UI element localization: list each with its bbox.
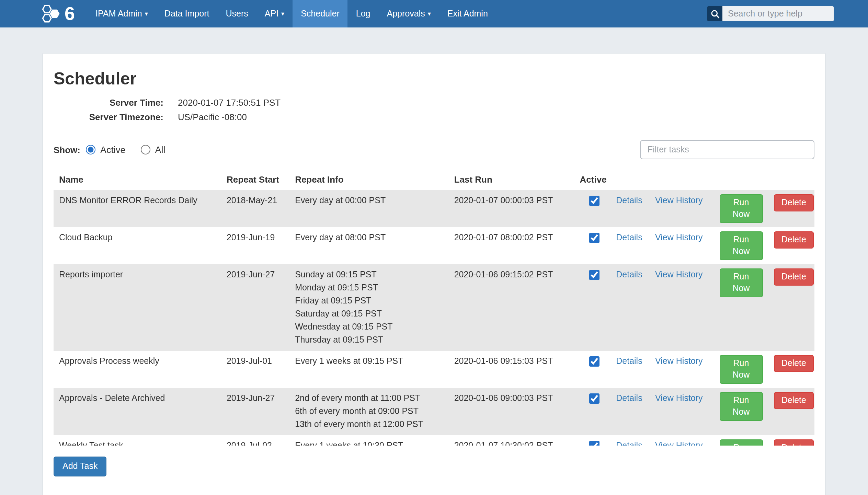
task-delete-cell: Delete xyxy=(768,190,814,227)
top-navbar: 6 IPAM Admin▾ Data Import Users API▾ Sch… xyxy=(0,0,868,27)
active-checkbox[interactable] xyxy=(590,233,600,243)
task-details-cell: Details xyxy=(610,435,650,446)
nav-item-data-import[interactable]: Data Import xyxy=(156,0,218,27)
header-active: Active xyxy=(574,169,611,190)
viewport: 6 IPAM Admin▾ Data Import Users API▾ Sch… xyxy=(0,0,868,495)
nav-label: Data Import xyxy=(164,9,209,19)
nav-item-scheduler[interactable]: Scheduler xyxy=(293,0,348,27)
nav-label: Approvals xyxy=(387,9,425,19)
run-now-button[interactable]: Run Now xyxy=(719,268,763,297)
delete-button[interactable]: Delete xyxy=(774,268,814,286)
nav-item-api[interactable]: API▾ xyxy=(256,0,293,27)
task-repeat-info-cell: Every day at 08:00 PST xyxy=(289,227,449,264)
view-history-link[interactable]: View History xyxy=(655,393,703,403)
brand-text: 6 xyxy=(65,0,75,27)
view-history-link[interactable]: View History xyxy=(655,441,703,446)
nav-item-approvals[interactable]: Approvals▾ xyxy=(378,0,439,27)
nav-item-exit-admin[interactable]: Exit Admin xyxy=(439,0,496,27)
details-link[interactable]: Details xyxy=(616,270,642,279)
task-details-cell: Details xyxy=(610,190,650,227)
task-name-cell: DNS Monitor ERROR Records Daily xyxy=(54,190,221,227)
task-repeat-info-cell: 2nd of every month at 11:00 PST6th of ev… xyxy=(289,388,449,435)
task-delete-cell: Delete xyxy=(768,227,814,264)
run-now-button[interactable]: Run Now xyxy=(719,231,763,260)
delete-button[interactable]: Delete xyxy=(774,231,814,249)
run-now-button[interactable]: Run Now xyxy=(719,355,763,384)
server-time-value: 2020-01-07 17:50:51 PST xyxy=(178,97,281,109)
delete-button[interactable]: Delete xyxy=(774,392,814,409)
task-run-now-cell: Run Now xyxy=(714,388,768,435)
task-delete-cell: Delete xyxy=(768,435,814,446)
active-checkbox[interactable] xyxy=(590,441,600,446)
active-checkbox[interactable] xyxy=(590,270,600,280)
task-name-cell: Approvals Process weekly xyxy=(54,351,221,388)
task-details-cell: Details xyxy=(610,264,650,351)
active-checkbox[interactable] xyxy=(590,393,600,404)
details-link[interactable]: Details xyxy=(616,233,642,242)
header-repeat-info: Repeat Info xyxy=(289,169,449,190)
task-view-history-cell: View History xyxy=(650,264,714,351)
radio-all[interactable] xyxy=(141,145,150,154)
active-checkbox[interactable] xyxy=(590,196,600,206)
task-last-run-cell: 2020-01-07 00:00:03 PST xyxy=(449,190,574,227)
radio-active[interactable] xyxy=(86,145,95,154)
filter-tasks-input[interactable] xyxy=(640,140,814,159)
repeat-info-line: Every 1 weeks at 09:15 PST xyxy=(295,355,443,368)
task-table-scroll-area[interactable]: Name Repeat Start Repeat Info Last Run A… xyxy=(54,169,814,446)
repeat-info-line: 2nd of every month at 11:00 PST xyxy=(295,392,443,405)
delete-button[interactable]: Delete xyxy=(774,355,814,372)
task-name-cell: Reports importer xyxy=(54,264,221,351)
brand-logo[interactable]: 6 xyxy=(40,0,75,27)
scheduler-panel: Scheduler Server Time: 2020-01-07 17:50:… xyxy=(43,53,825,495)
search-icon xyxy=(707,6,722,21)
nav-label: Users xyxy=(226,9,248,19)
task-run-now-cell: Run Now xyxy=(714,190,768,227)
radio-active-label: Active xyxy=(100,145,126,155)
view-history-link[interactable]: View History xyxy=(655,356,703,366)
details-link[interactable]: Details xyxy=(616,356,642,366)
task-view-history-cell: View History xyxy=(650,190,714,227)
task-details-cell: Details xyxy=(610,388,650,435)
task-table: Name Repeat Start Repeat Info Last Run A… xyxy=(54,169,814,446)
nav-label: API xyxy=(265,9,278,19)
repeat-info-line: Thursday at 09:15 PST xyxy=(295,334,443,347)
page-title: Scheduler xyxy=(54,69,814,89)
header-name: Name xyxy=(54,169,221,190)
chevron-down-icon: ▾ xyxy=(428,10,431,17)
run-now-button[interactable]: Run Now xyxy=(719,194,763,223)
details-link[interactable]: Details xyxy=(616,393,642,403)
table-header-row: Name Repeat Start Repeat Info Last Run A… xyxy=(54,169,814,190)
task-repeat-start-cell: 2019-Jul-01 xyxy=(221,351,289,388)
view-history-link[interactable]: View History xyxy=(655,196,703,205)
view-history-link[interactable]: View History xyxy=(655,233,703,242)
task-details-cell: Details xyxy=(610,351,650,388)
task-repeat-info-cell: Every day at 00:00 PST xyxy=(289,190,449,227)
run-now-button[interactable]: Run Now xyxy=(719,439,763,446)
task-row: Reports importer2019-Jun-27Sunday at 09:… xyxy=(54,264,814,351)
task-run-now-cell: Run Now xyxy=(714,351,768,388)
nav-item-log[interactable]: Log xyxy=(348,0,379,27)
task-name-cell: Weekly Test task xyxy=(54,435,221,446)
run-now-button[interactable]: Run Now xyxy=(719,392,763,421)
task-last-run-cell: 2020-01-06 09:15:03 PST xyxy=(449,351,574,388)
nav-item-users[interactable]: Users xyxy=(217,0,256,27)
nav-item-ipam-admin[interactable]: IPAM Admin▾ xyxy=(87,0,156,27)
details-link[interactable]: Details xyxy=(616,196,642,205)
chevron-down-icon: ▾ xyxy=(145,10,148,17)
task-view-history-cell: View History xyxy=(650,351,714,388)
nav-label: Log xyxy=(356,9,370,19)
search-input[interactable] xyxy=(722,6,834,21)
task-repeat-start-cell: 2019-Jun-27 xyxy=(221,264,289,351)
add-task-button[interactable]: Add Task xyxy=(54,457,106,476)
active-checkbox[interactable] xyxy=(590,356,600,367)
view-history-link[interactable]: View History xyxy=(655,270,703,279)
server-timezone-row: Server Timezone: US/Pacific -08:00 xyxy=(54,111,814,124)
repeat-info-line: Sunday at 09:15 PST xyxy=(295,268,443,281)
task-last-run-cell: 2020-01-07 08:00:02 PST xyxy=(449,227,574,264)
delete-button[interactable]: Delete xyxy=(774,194,814,211)
details-link[interactable]: Details xyxy=(616,441,642,446)
show-option-active[interactable]: Active xyxy=(86,145,126,155)
show-option-all[interactable]: All xyxy=(141,145,165,155)
delete-button[interactable]: Delete xyxy=(774,439,814,446)
header-empty xyxy=(714,169,768,190)
